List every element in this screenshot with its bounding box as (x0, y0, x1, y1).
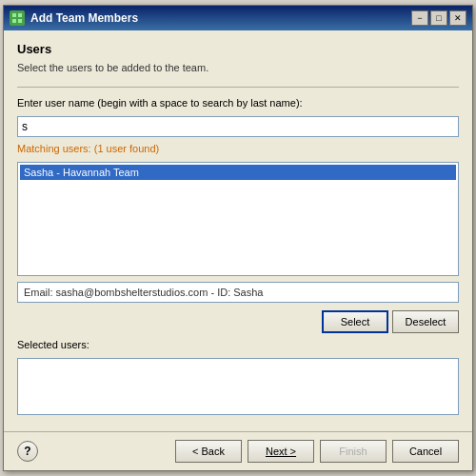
select-button[interactable]: Select (322, 310, 388, 333)
selected-users-label: Selected users: (17, 339, 459, 350)
matching-label: Matching users: (1 user found) (17, 143, 459, 154)
title-bar-left: Add Team Members (10, 10, 138, 26)
dialog-content: Users Select the users to be added to th… (4, 30, 472, 431)
window-icon (10, 10, 25, 26)
cancel-button[interactable]: Cancel (392, 440, 459, 463)
next-button[interactable]: Next > (248, 440, 314, 463)
footer-right: < Back Next > Finish Cancel (175, 440, 459, 463)
minimize-button[interactable]: − (411, 10, 428, 26)
maximize-button[interactable]: □ (430, 10, 447, 26)
list-item[interactable]: Sasha - Havannah Team (20, 165, 456, 180)
matching-users-list[interactable]: Sasha - Havannah Team (17, 162, 459, 276)
matching-users-container: Sasha - Havannah Team (17, 162, 459, 276)
close-button[interactable]: ✕ (449, 10, 466, 26)
email-bar: Email: sasha@bombshelterstudios.com - ID… (17, 282, 459, 303)
section-title: Users (17, 42, 459, 56)
svg-rect-2 (12, 19, 16, 23)
username-input[interactable] (17, 116, 459, 137)
select-deselect-row: Select Deselect (17, 310, 459, 333)
title-bar: Add Team Members − □ ✕ (4, 6, 472, 30)
svg-rect-1 (18, 13, 22, 17)
section-description: Select the users to be added to the team… (17, 62, 459, 73)
footer-left: ? (17, 441, 38, 462)
window-title: Add Team Members (30, 11, 138, 25)
title-buttons: − □ ✕ (411, 10, 466, 26)
svg-rect-3 (18, 19, 22, 23)
help-button[interactable]: ? (17, 441, 38, 462)
matching-count: (1 user found) (94, 143, 159, 154)
finish-button[interactable]: Finish (320, 440, 387, 463)
svg-rect-0 (12, 13, 16, 17)
username-field-label: Enter user name (begin with a space to s… (17, 97, 459, 109)
divider-top (17, 87, 459, 88)
selected-users-list[interactable] (17, 358, 459, 415)
add-team-members-dialog: Add Team Members − □ ✕ Users Select the … (3, 5, 473, 471)
deselect-button[interactable]: Deselect (392, 310, 459, 333)
dialog-footer: ? < Back Next > Finish Cancel (4, 431, 472, 470)
back-button[interactable]: < Back (175, 440, 242, 463)
